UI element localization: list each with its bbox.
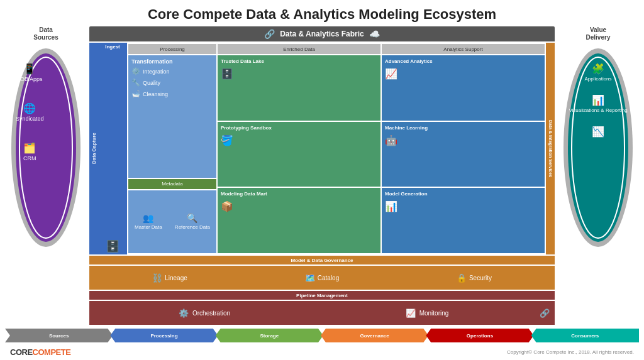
model-generation-icon: 📊 xyxy=(385,200,541,212)
catalog-icon: 🗺️ xyxy=(305,273,315,283)
fabric-panel: 🔗 Data & Analytics Fabric ☁️ Data Captur… xyxy=(89,26,555,325)
monitoring-label: Monitoring xyxy=(419,310,449,317)
pipeline-end-icon: 🔗 xyxy=(540,308,550,318)
quality-item: 🔧 Quality xyxy=(131,79,213,87)
logo-compete: COMPETE xyxy=(33,347,71,357)
advanced-analytics-icon: 📈 xyxy=(385,68,541,80)
cleansing-icon: 🛁 xyxy=(131,90,140,98)
fabric-body: Data Capture Ingest 🗄️ Processing Enrich… xyxy=(89,43,555,254)
syndicated-label: Syndicated xyxy=(16,116,44,122)
integration-icon: ⚙️ xyxy=(131,67,140,75)
transformation-title: Transformation xyxy=(131,58,213,65)
logo: CORECOMPETE xyxy=(10,347,70,357)
lineage-icon: ⛓️ xyxy=(152,273,162,283)
left-panel: Data Sources 📱 LOB Apps xyxy=(5,26,87,325)
model-generation-title: Model Generation xyxy=(385,191,541,197)
value-delivery-label-line1: Value xyxy=(590,26,606,33)
machine-learning-icon: 🤖 xyxy=(385,134,541,146)
integration-item: ⚙️ Integration xyxy=(131,67,213,75)
reference-data-label: Reference Data xyxy=(175,224,210,230)
trusted-lake-title: Trusted Data Lake xyxy=(221,58,377,64)
pipeline-label: Pipeline Management xyxy=(89,291,555,300)
prototyping-cell: Prototyping Sandbox 🪣 xyxy=(218,122,380,187)
integration-services-label: Data & Integration Services xyxy=(546,43,555,254)
visualizations-label: Visualizations & Reporting xyxy=(569,107,627,113)
lineage-label: Lineage xyxy=(165,275,187,281)
legend-consumers: Consumers xyxy=(531,329,639,342)
prototyping-icon: 🪣 xyxy=(221,134,377,146)
pipeline-items-row: ⚙️ Orchestration 📈 Monitoring 🔗 xyxy=(89,301,555,325)
content-area: Data Sources 📱 LOB Apps xyxy=(0,26,644,327)
lineage-item: ⛓️ Lineage xyxy=(94,273,245,283)
modeling-mart-icon: 📦 xyxy=(221,200,377,212)
logo-core: CORE xyxy=(10,347,33,357)
legend-storage: Storage xyxy=(216,329,323,342)
cleansing-label: Cleansing xyxy=(143,91,168,97)
data-sources-label-line2: Sources xyxy=(33,34,58,41)
legend-sources: Sources xyxy=(5,329,113,342)
crm-label: CRM xyxy=(23,155,36,161)
visualizations-icon: 📊 xyxy=(592,94,604,106)
transformation-cell: Transformation ⚙️ Integration 🔧 Quality xyxy=(128,55,216,178)
machine-learning-cell: Machine Learning 🤖 xyxy=(382,122,545,187)
column-headers: Processing Enriched Data Analytics Suppo… xyxy=(128,44,545,54)
fabric-header-icon-right: ☁️ xyxy=(369,29,380,39)
bottom-legend: Sources Processing Storage Governance Op… xyxy=(5,329,639,342)
trusted-lake-cell: Trusted Data Lake 🗄️ xyxy=(218,55,380,121)
quality-label: Quality xyxy=(143,80,160,86)
main-rows: Transformation ⚙️ Integration 🔧 Quality xyxy=(128,55,545,253)
lob-apps-item: 📱 LOB Apps xyxy=(16,63,44,82)
ingest-label: Ingest xyxy=(105,44,120,50)
legend-processing: Processing xyxy=(110,329,218,342)
value-delivery-label-line2: Delivery xyxy=(586,34,611,41)
governance-label: Model & Data Governance xyxy=(89,256,555,265)
analytics-column: Advanced Analytics 📈 Machine Learning 🤖 … xyxy=(382,55,545,253)
ingest-column: Ingest 🗄️ xyxy=(98,43,127,254)
governance-items-row: ⛓️ Lineage 🗺️ Catalog 🔒 Security xyxy=(89,266,555,290)
prototyping-title: Prototyping Sandbox xyxy=(221,125,377,131)
orchestration-icon: ⚙️ xyxy=(179,308,189,318)
advanced-analytics-cell: Advanced Analytics 📈 xyxy=(382,55,545,121)
main-container: Core Compete Data & Analytics Modeling E… xyxy=(0,0,644,360)
footer: CORECOMPETE Copyright© Core Compete Inc.… xyxy=(0,344,644,360)
processing-label: Processing xyxy=(128,44,216,54)
legend-governance: Governance xyxy=(321,329,428,342)
master-data-label: Master Data xyxy=(135,224,162,230)
fabric-header-icon-left: 🔗 xyxy=(264,29,275,39)
monitoring-item: 📈 Monitoring xyxy=(317,308,537,318)
master-data-item: 👥 Master Data xyxy=(135,213,162,230)
fabric-header-title: Data & Analytics Fabric xyxy=(280,30,364,38)
fabric-header: 🔗 Data & Analytics Fabric ☁️ xyxy=(89,26,555,41)
catalog-label: Catalog xyxy=(318,275,339,281)
applications-icon: 🧩 xyxy=(592,63,604,75)
model-generation-cell: Model Generation 📊 xyxy=(382,188,545,253)
cleansing-item: 🛁 Cleansing xyxy=(131,90,213,98)
monitoring-icon: 📈 xyxy=(406,308,416,318)
right-chart-icon: 📉 xyxy=(592,126,604,138)
syndicated-item: 🌐 Syndicated xyxy=(16,102,44,122)
reference-data-icon: 🔍 xyxy=(187,213,197,223)
advanced-analytics-title: Advanced Analytics xyxy=(385,58,541,64)
lob-apps-label: LOB Apps xyxy=(17,76,43,82)
lob-apps-icon: 📱 xyxy=(23,63,36,75)
transformation-column: Transformation ⚙️ Integration 🔧 Quality xyxy=(128,55,216,253)
modeling-mart-title: Modeling Data Mart xyxy=(221,191,377,197)
machine-learning-title: Machine Learning xyxy=(385,125,541,131)
metadata-bar: Metadata xyxy=(128,179,216,189)
orchestration-label: Orchestration xyxy=(192,310,230,317)
reference-data-item: 🔍 Reference Data xyxy=(175,213,210,230)
copyright: Copyright© Core Compete Inc., 2018. All … xyxy=(507,349,634,355)
applications-label: Applications xyxy=(584,76,611,82)
master-ref-cell: 👥 Master Data 🔍 Reference Data xyxy=(128,190,216,253)
orchestration-item: ⚙️ Orchestration xyxy=(94,308,314,318)
syndicated-icon: 🌐 xyxy=(23,102,36,114)
data-capture-label: Data Capture xyxy=(89,43,98,254)
right-chart-item: 📉 xyxy=(565,126,631,138)
ingest-icon: 🗄️ xyxy=(106,239,119,253)
security-item: 🔒 Security xyxy=(399,273,550,283)
master-data-icon: 👥 xyxy=(143,213,153,223)
legend-operations: Operations xyxy=(426,329,533,342)
visualizations-item: 📊 Visualizations & Reporting xyxy=(565,94,631,113)
integration-label: Integration xyxy=(143,68,170,75)
security-icon: 🔒 xyxy=(457,273,467,283)
